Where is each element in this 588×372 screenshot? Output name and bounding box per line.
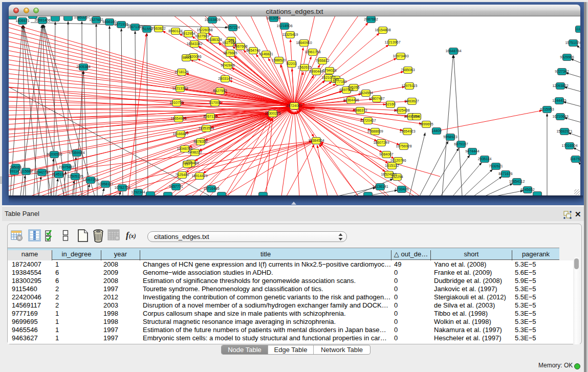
svg-text:8912954: 8912954 xyxy=(181,32,195,35)
svg-text:11353594: 11353594 xyxy=(199,126,214,130)
svg-text:8186328: 8186328 xyxy=(208,38,222,41)
svg-text:15692971: 15692971 xyxy=(556,129,572,133)
svg-text:884: 884 xyxy=(413,115,420,118)
svg-text:1615132: 1615132 xyxy=(385,164,399,167)
svg-text:11325419: 11325419 xyxy=(282,33,298,36)
svg-text:1145194: 1145194 xyxy=(52,172,66,176)
svg-text:9899695: 9899695 xyxy=(419,122,433,126)
svg-text:3675685: 3675685 xyxy=(223,51,237,55)
svg-text:6879197: 6879197 xyxy=(454,142,468,146)
svg-text:15751074: 15751074 xyxy=(565,41,580,45)
svg-text:19166827: 19166827 xyxy=(172,132,188,136)
svg-text:10025438: 10025438 xyxy=(394,108,409,112)
svg-text:252254: 252254 xyxy=(391,175,403,179)
svg-text:7857224: 7857224 xyxy=(226,26,239,29)
svg-text:16033809: 16033809 xyxy=(204,18,220,21)
svg-text:8990448: 8990448 xyxy=(309,70,323,73)
svg-text:19218506: 19218506 xyxy=(276,24,292,28)
svg-text:7663822: 7663822 xyxy=(151,27,165,30)
svg-text:8454749: 8454749 xyxy=(246,49,260,52)
svg-text:9242848: 9242848 xyxy=(221,63,234,67)
svg-text:19654923: 19654923 xyxy=(399,129,415,133)
svg-text:7625402: 7625402 xyxy=(175,173,189,177)
svg-text:18724007: 18724007 xyxy=(286,104,302,107)
svg-text:18607249: 18607249 xyxy=(373,141,389,144)
svg-text:8267130: 8267130 xyxy=(203,115,217,118)
svg-text:9146821: 9146821 xyxy=(259,52,273,56)
svg-text:2935114: 2935114 xyxy=(478,157,492,161)
svg-text:9327508: 9327508 xyxy=(222,41,236,45)
svg-text:7632621: 7632621 xyxy=(489,164,503,168)
svg-text:12975115: 12975115 xyxy=(402,84,418,87)
svg-text:9463627: 9463627 xyxy=(405,99,419,103)
svg-text:15720407: 15720407 xyxy=(360,119,376,122)
svg-text:2905384: 2905384 xyxy=(76,65,90,69)
svg-text:1010755: 1010755 xyxy=(169,101,183,104)
svg-text:25300275: 25300275 xyxy=(265,112,280,115)
svg-text:10958117: 10958117 xyxy=(98,182,114,186)
svg-text:16154808: 16154808 xyxy=(375,28,390,32)
svg-text:20364436: 20364436 xyxy=(343,98,359,102)
svg-text:8427552: 8427552 xyxy=(213,89,227,93)
svg-text:10654112: 10654112 xyxy=(509,180,525,183)
svg-text:9890: 9890 xyxy=(182,56,190,59)
svg-text:157: 157 xyxy=(184,162,190,166)
svg-text:1733426: 1733426 xyxy=(395,187,408,191)
svg-text:20206516: 20206516 xyxy=(46,152,62,156)
svg-text:1292344: 1292344 xyxy=(131,190,145,194)
svg-text:9084067: 9084067 xyxy=(379,152,393,156)
svg-text:19384554: 19384554 xyxy=(308,139,324,142)
svg-text:1527602: 1527602 xyxy=(89,18,103,21)
svg-text:10961758: 10961758 xyxy=(304,50,320,54)
svg-text:8878352: 8878352 xyxy=(193,140,207,143)
svg-text:751552: 751552 xyxy=(141,27,153,31)
svg-text:1405571: 1405571 xyxy=(15,19,29,23)
svg-text:17957255: 17957255 xyxy=(82,178,98,182)
svg-text:11174: 11174 xyxy=(575,27,580,31)
svg-text:6794028: 6794028 xyxy=(322,69,336,72)
svg-text:17359924: 17359924 xyxy=(69,151,84,155)
svg-text:9777169: 9777169 xyxy=(333,80,346,83)
svg-text:16210643: 16210643 xyxy=(552,115,568,118)
svg-text:2867608: 2867608 xyxy=(233,45,247,48)
svg-text:9327503: 9327503 xyxy=(195,34,209,38)
svg-text:19756928: 19756928 xyxy=(396,144,411,148)
svg-text:16782759: 16782759 xyxy=(114,186,130,189)
svg-text:20691406: 20691406 xyxy=(34,18,50,22)
svg-text:5958923: 5958923 xyxy=(443,135,457,139)
svg-text:8813054: 8813054 xyxy=(267,16,280,20)
svg-text:16914479: 16914479 xyxy=(191,174,207,178)
svg-text:16648784: 16648784 xyxy=(445,49,461,53)
svg-text:2087682: 2087682 xyxy=(364,17,378,21)
svg-text:1071915: 1071915 xyxy=(114,23,128,26)
svg-text:917004: 917004 xyxy=(209,101,221,104)
svg-text:10853267: 10853267 xyxy=(74,16,90,19)
svg-text:16543382: 16543382 xyxy=(186,42,202,46)
svg-text:18640910: 18640910 xyxy=(296,41,312,45)
svg-text:82203: 82203 xyxy=(287,62,297,65)
svg-text:7986372: 7986372 xyxy=(353,108,367,112)
svg-text:19654925: 19654925 xyxy=(170,117,186,120)
svg-text:14409: 14409 xyxy=(431,129,442,133)
svg-text:2718126: 2718126 xyxy=(175,70,188,74)
svg-text:3824554: 3824554 xyxy=(359,91,373,95)
svg-text:14136141: 14136141 xyxy=(372,185,388,188)
svg-text:10807487: 10807487 xyxy=(368,97,384,100)
svg-text:8471676: 8471676 xyxy=(498,172,512,176)
svg-text:12093822: 12093822 xyxy=(552,84,568,87)
svg-text:10688609: 10688609 xyxy=(367,129,383,133)
svg-text:12505135: 12505135 xyxy=(67,174,83,178)
svg-text:10046766: 10046766 xyxy=(177,147,192,150)
svg-text:12942737: 12942737 xyxy=(34,170,50,174)
svg-text:7955812: 7955812 xyxy=(315,59,329,62)
svg-text:12213383: 12213383 xyxy=(172,86,188,90)
svg-text:8215953: 8215953 xyxy=(540,107,554,111)
svg-text:116753: 116753 xyxy=(570,157,580,161)
svg-text:62160: 62160 xyxy=(385,102,396,106)
svg-text:2803144: 2803144 xyxy=(218,77,232,80)
svg-text:1244415: 1244415 xyxy=(552,99,566,102)
svg-text:7485063: 7485063 xyxy=(401,68,415,72)
svg-text:985061: 985061 xyxy=(10,165,21,169)
svg-text:16120746: 16120746 xyxy=(390,159,406,162)
svg-text:17016504: 17016504 xyxy=(561,144,577,147)
